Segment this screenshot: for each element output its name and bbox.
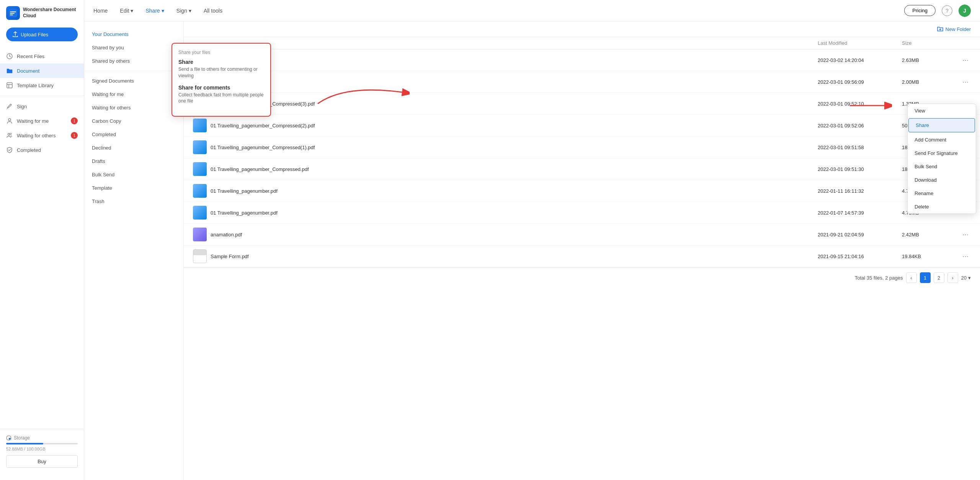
share-option-desc: Send a file to others for commenting or … <box>178 66 264 79</box>
context-send-signature[interactable]: Send For Signature <box>908 146 976 160</box>
file-thumbnail <box>193 140 207 154</box>
topnav: Home Edit ▾ Share ▾ Sign ▾ All tools Pri… <box>84 0 980 21</box>
sidebar-item-document[interactable]: Document <box>0 63 84 78</box>
waiting-others-badge: 1 <box>71 132 78 139</box>
sidebar-item-recent[interactable]: Recent Files <box>0 49 84 63</box>
panel-item-declined[interactable]: Declined <box>84 141 183 155</box>
sidebar-nav: Recent Files Document Template Library S… <box>0 49 84 429</box>
panel-item-shared-by-others[interactable]: Shared by others <box>84 54 183 68</box>
file-thumbnail <box>193 206 207 220</box>
table-row[interactable]: 01 Travelling_pagenumber_Compressed(3).p… <box>184 93 980 115</box>
panel-item-drafts[interactable]: Drafts <box>84 155 183 168</box>
more-button[interactable]: ⋯ <box>959 229 971 240</box>
share-option-title[interactable]: Share <box>178 59 264 65</box>
file-area: New Folder Last Modified Size Furniture.… <box>184 21 980 480</box>
storage-label: Storage <box>6 435 78 441</box>
clock-icon <box>6 53 13 60</box>
more-button[interactable]: ⋯ <box>959 55 971 65</box>
context-share[interactable]: Share <box>908 118 975 132</box>
sidebar-item-waiting-others[interactable]: Waiting for others 1 <box>0 128 84 143</box>
svg-rect-1 <box>10 11 16 12</box>
panel-item-template[interactable]: Template <box>84 181 183 195</box>
nav-edit[interactable]: Edit ▾ <box>120 6 133 15</box>
new-folder-button[interactable]: New Folder <box>937 26 971 32</box>
panel-item-shared-by-you[interactable]: Shared by you <box>84 41 183 54</box>
file-thumbnail <box>193 119 207 132</box>
people-icon <box>6 132 13 139</box>
table-row[interactable]: 01 Travelling_pagenumber_Compressed(2).p… <box>184 115 980 137</box>
storage-section: Storage 52.88MB / 100.00GB Buy <box>0 429 84 474</box>
template-icon <box>6 82 13 89</box>
table-header: Last Modified Size <box>184 37 980 49</box>
context-download[interactable]: Download <box>908 173 976 187</box>
buy-button[interactable]: Buy <box>6 455 78 468</box>
nav-sign[interactable]: Sign ▾ <box>176 6 191 15</box>
main-area: Home Edit ▾ Share ▾ Sign ▾ All tools Pri… <box>84 0 980 480</box>
topnav-right: Pricing ? J <box>904 5 971 17</box>
sidebar-item-waiting-me[interactable]: Waiting for me 1 <box>0 114 84 128</box>
share-for-comments-title[interactable]: Share for comments <box>178 85 264 91</box>
svg-point-8 <box>10 133 11 135</box>
sidebar: Wondershare Document Cloud Upload Files … <box>0 0 84 480</box>
panel-divider <box>84 71 183 71</box>
nav-home[interactable]: Home <box>93 6 108 15</box>
svg-rect-3 <box>10 15 13 15</box>
table-row[interactable]: building.pdf 2022-03-01 09:56:09 2.00MB … <box>184 71 980 93</box>
table-row[interactable]: 01 Travelling_pagenumber_Compressed.pdf … <box>184 158 980 180</box>
svg-rect-2 <box>10 13 15 14</box>
share-for-comments-desc: Collect feedback fast from multiple peop… <box>178 92 264 105</box>
table-row[interactable]: 01 Travelling_pagenumber.pdf 2022-01-11 … <box>184 180 980 202</box>
page-1-button[interactable]: 1 <box>920 272 931 283</box>
help-button[interactable]: ? <box>942 5 952 16</box>
nav-alltools[interactable]: All tools <box>204 6 222 15</box>
table-row[interactable]: 01 Travelling_pagenumber_Compressed(1).p… <box>184 137 980 158</box>
panel-item-completed[interactable]: Completed <box>84 128 183 141</box>
file-thumbnail <box>193 184 207 198</box>
svg-point-7 <box>8 133 10 135</box>
new-folder-icon <box>937 26 943 32</box>
table-row[interactable]: anamation.pdf 2021-09-21 02:04:59 2.42MB… <box>184 224 980 246</box>
page-2-button[interactable]: 2 <box>934 272 944 283</box>
panel-item-signed-docs[interactable]: Signed Documents <box>84 74 183 88</box>
context-delete[interactable]: Delete <box>908 200 976 213</box>
sidebar-item-sign[interactable]: Sign <box>0 99 84 114</box>
svg-point-6 <box>8 119 11 121</box>
content-area: Your Documents Shared by you Shared by o… <box>84 21 980 480</box>
sidebar-item-completed[interactable]: Completed <box>0 143 84 157</box>
storage-icon <box>6 435 11 441</box>
storage-fill <box>6 443 43 444</box>
person-icon <box>6 117 13 124</box>
panel-item-your-docs[interactable]: Your Documents <box>84 28 183 41</box>
file-thumbnail <box>193 228 207 241</box>
panel-item-bulk-send[interactable]: Bulk Send <box>84 168 183 181</box>
upload-button[interactable]: Upload Files <box>6 28 78 41</box>
pricing-button[interactable]: Pricing <box>904 5 936 16</box>
panel-item-carbon-copy[interactable]: Carbon Copy <box>84 114 183 128</box>
context-menu: View Share Add Comment Send For Signatur… <box>907 104 976 214</box>
more-button[interactable]: ⋯ <box>959 77 971 87</box>
app-name: Wondershare Document Cloud <box>23 7 78 19</box>
prev-page-button[interactable]: ‹ <box>906 272 917 283</box>
table-row[interactable]: Sample Form.pdf 2021-09-15 21:04:16 19.8… <box>184 246 980 267</box>
next-page-button[interactable]: › <box>947 272 958 283</box>
shield-icon <box>6 146 13 153</box>
user-avatar[interactable]: J <box>959 5 971 17</box>
table-row[interactable]: 01 Travelling_pagenumber.pdf 2022-01-07 … <box>184 202 980 224</box>
dropdown-title: Share your files <box>178 50 264 55</box>
nav-share[interactable]: Share ▾ <box>145 6 164 15</box>
panel-item-trash[interactable]: Trash <box>84 195 183 208</box>
pagination: Total 35 files, 2 pages ‹ 1 2 › 20 ▾ <box>184 267 980 288</box>
panel-item-waiting-others[interactable]: Waiting for others <box>84 101 183 114</box>
file-thumbnail <box>193 162 207 176</box>
context-rename[interactable]: Rename <box>908 187 976 200</box>
more-button[interactable]: ⋯ <box>959 251 971 262</box>
panel-item-waiting-me[interactable]: Waiting for me <box>84 88 183 101</box>
context-add-comment[interactable]: Add Comment <box>908 133 976 146</box>
context-bulk-send[interactable]: Bulk Send <box>908 160 976 173</box>
per-page-selector[interactable]: 20 ▾ <box>961 275 971 281</box>
context-view[interactable]: View <box>908 104 976 117</box>
file-thumbnail <box>193 249 207 263</box>
share-dropdown: Share your files Share Send a file to ot… <box>172 43 271 117</box>
sidebar-item-template[interactable]: Template Library <box>0 78 84 93</box>
table-row[interactable]: Furniture.pdf 2022-03-02 14:20:04 2.63MB… <box>184 49 980 71</box>
